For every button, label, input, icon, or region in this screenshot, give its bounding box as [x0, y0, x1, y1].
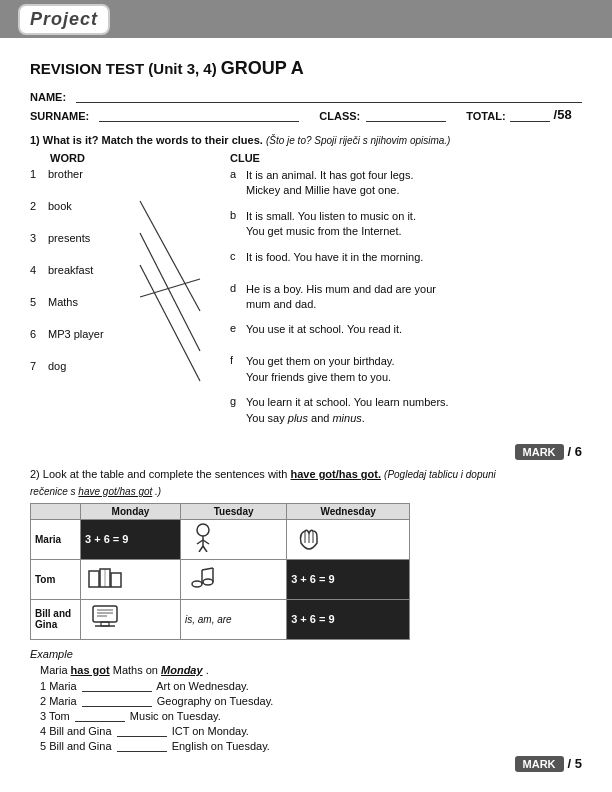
svg-line-19: [202, 568, 213, 570]
clue-item: c It is food. You have it in the morning…: [230, 250, 582, 272]
word-col-header: WORD: [30, 152, 150, 164]
bill-gina-tuesday: is, am, are: [181, 599, 287, 639]
sentence-item: 3 Tom Music on Tuesday.: [40, 710, 582, 722]
tom-wednesday: 3 + 6 = 9: [287, 559, 410, 599]
maria-tuesday: [181, 519, 287, 559]
total-label: TOTAL:: [466, 110, 505, 122]
example-label: Example: [30, 648, 582, 660]
maria-monday: 3 + 6 = 9: [81, 519, 181, 559]
svg-rect-13: [89, 571, 99, 587]
sentence-item: 4 Bill and Gina ICT on Monday.: [40, 725, 582, 737]
tom-tuesday: [181, 559, 287, 599]
word-item: 5 Maths: [30, 296, 150, 318]
table-row: Tom: [31, 559, 410, 599]
col-header-monday: Monday: [81, 503, 181, 519]
blank-2[interactable]: [82, 706, 152, 707]
word-item: 3 presents: [30, 232, 150, 254]
clue-item: g You learn it at school. You learn numb…: [230, 395, 582, 426]
q1-mark-score: / 6: [568, 444, 582, 459]
example-sentence: Maria has got Maths on Monday .: [40, 664, 582, 676]
q1-header: 1) What is it? Match the words to their …: [30, 134, 582, 146]
class-field[interactable]: [366, 108, 446, 122]
svg-rect-15: [111, 573, 121, 587]
svg-rect-22: [93, 606, 117, 622]
q2-number: 2): [30, 468, 40, 480]
word-column: WORD 1 brother 2 book 3 presents 4 break…: [30, 152, 150, 436]
svg-point-20: [203, 579, 213, 585]
sentence-item: 5 Bill and Gina English on Tuesday.: [40, 740, 582, 752]
bill-gina-wednesday: 3 + 6 = 9: [287, 599, 410, 639]
class-label: CLASS:: [319, 110, 360, 122]
word-item: 2 book: [30, 200, 150, 222]
surname-field[interactable]: [99, 108, 299, 122]
q2-mark-row: MARK / 5: [30, 756, 582, 772]
svg-line-6: [197, 540, 203, 544]
q2-sub-note: rečenice s have got/has got .): [30, 486, 582, 497]
maria-wednesday: [287, 519, 410, 559]
matching-container: WORD 1 brother 2 book 3 presents 4 break…: [30, 152, 582, 436]
tom-monday: [81, 559, 181, 599]
clue-item: b It is small. You listen to music on it…: [230, 209, 582, 240]
row-name-tom: Tom: [31, 559, 81, 599]
sentence-item: 1 Maria Art on Wednesday.: [40, 680, 582, 692]
surname-row: SURNAME: CLASS: TOTAL: /58: [30, 107, 582, 122]
clue-item: f You get them on your birthday.Your fri…: [230, 354, 582, 385]
class-section: CLASS:: [319, 108, 446, 122]
q2-mark-badge: MARK: [515, 756, 564, 772]
test-title: REVISION TEST (Unit 3, 4) GROUP A: [30, 58, 582, 79]
surname-label: SURNAME:: [30, 110, 89, 122]
q2-have-got: have got/has got.: [291, 468, 381, 480]
example-has-got: has got: [71, 664, 110, 676]
clue-item: a It is an animal. It has got four legs.…: [230, 168, 582, 199]
sentences-list: 1 Maria Art on Wednesday. 2 Maria Geogra…: [40, 680, 582, 752]
q1-mark-row: MARK / 6: [30, 444, 582, 460]
blank-1[interactable]: [82, 691, 152, 692]
blank-3[interactable]: [75, 721, 125, 722]
svg-point-17: [192, 581, 202, 587]
word-item: 6 MP3 player: [30, 328, 150, 350]
svg-point-4: [197, 524, 209, 536]
q1-text: What is it? Match the words to their clu…: [43, 134, 263, 146]
blank-4[interactable]: [117, 736, 167, 737]
total-field: [510, 108, 550, 122]
col-header-tuesday: Tuesday: [181, 503, 287, 519]
word-item: 7 dog: [30, 360, 150, 382]
q1-number: 1): [30, 134, 40, 146]
clue-item: e You use it at school. You read it.: [230, 322, 582, 344]
table-row: Bill andGina is, am, are 3 + 6 = 9: [31, 599, 410, 639]
schedule-table: Monday Tuesday Wednesday Maria 3 + 6 = 9: [30, 503, 410, 640]
clue-item: d He is a boy. His mum and dad are yourm…: [230, 282, 582, 313]
bill-gina-monday: [81, 599, 181, 639]
name-row: NAME:: [30, 89, 582, 103]
svg-line-9: [203, 546, 207, 552]
name-label: NAME:: [30, 91, 66, 103]
name-field[interactable]: [76, 89, 582, 103]
q2-note: (Pogledaj tablicu i dopuni: [384, 469, 496, 480]
q1-note: (Što je to? Spoji riječi s njihovim opis…: [266, 135, 451, 146]
logo: Project: [18, 4, 110, 35]
col-header-wednesday: Wednesday: [287, 503, 410, 519]
example-monday: Monday: [161, 664, 203, 676]
row-name-bill-gina: Bill andGina: [31, 599, 81, 639]
test-title-prefix: REVISION TEST (Unit 3, 4): [30, 60, 217, 77]
total-score: /58: [554, 107, 572, 122]
col-header-name: [31, 503, 81, 519]
q1-mark-badge: MARK: [515, 444, 564, 460]
svg-line-7: [203, 540, 209, 544]
svg-line-8: [199, 546, 203, 552]
q2-text-before: Look at the table and complete the sente…: [43, 468, 288, 480]
sentence-item: 2 Maria Geography on Tuesday.: [40, 695, 582, 707]
main-content: REVISION TEST (Unit 3, 4) GROUP A NAME: …: [0, 38, 612, 792]
table-row: Maria 3 + 6 = 9: [31, 519, 410, 559]
test-title-group: GROUP A: [221, 58, 304, 78]
q2-header: 2) Look at the table and complete the se…: [30, 468, 582, 480]
clue-col-header: CLUE: [230, 152, 582, 164]
q2-mark-score: / 5: [568, 756, 582, 771]
word-item: 1 brother: [30, 168, 150, 190]
blank-5[interactable]: [117, 751, 167, 752]
word-item: 4 breakfast: [30, 264, 150, 286]
clue-column: CLUE a It is an animal. It has got four …: [150, 152, 582, 436]
header-banner: Project: [0, 0, 612, 38]
total-section: TOTAL: /58: [466, 107, 571, 122]
row-name-maria: Maria: [31, 519, 81, 559]
